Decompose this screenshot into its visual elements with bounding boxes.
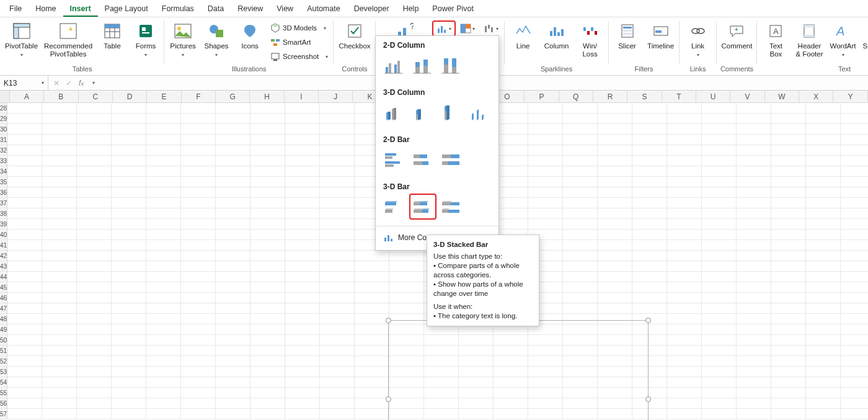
row-header[interactable]: 52 (0, 356, 7, 367)
row-header[interactable]: 42 (0, 251, 7, 261)
3d-clustered-column-thumb[interactable] (382, 101, 407, 124)
row-header[interactable]: 57 (0, 409, 7, 419)
sparkline-line-button[interactable]: Line (507, 20, 539, 62)
column-header[interactable]: P (525, 91, 559, 102)
tab-insert[interactable]: Insert (63, 1, 98, 17)
resize-handle[interactable] (645, 396, 651, 402)
row-header[interactable]: 56 (0, 398, 7, 409)
row-header[interactable]: 38 (0, 208, 7, 219)
row-header[interactable]: 35 (0, 177, 7, 187)
column-header[interactable]: Q (559, 91, 593, 102)
textbox-button[interactable]: A TextBox (760, 20, 792, 62)
link-button[interactable]: Link▾ (682, 20, 714, 62)
column-header[interactable]: S (627, 91, 662, 102)
pivottable-button[interactable]: PivotTable▾ (2, 20, 40, 62)
stacked-bar-thumb[interactable] (410, 148, 435, 171)
row-header[interactable]: 32 (0, 145, 7, 156)
row-header[interactable]: 34 (0, 166, 7, 177)
slicer-button[interactable]: Slicer (611, 20, 644, 62)
checkbox-button[interactable]: Checkbox (336, 20, 373, 62)
comment-button[interactable]: + Comment (719, 20, 755, 62)
row-header[interactable]: 37 (0, 198, 7, 208)
column-header[interactable]: E (147, 91, 181, 102)
tab-view[interactable]: View (270, 1, 300, 17)
row-header[interactable]: 29 (0, 114, 7, 124)
3d-stacked-bar-thumb[interactable] (410, 195, 435, 218)
row-header[interactable]: 44 (0, 272, 7, 282)
row-header[interactable]: 49 (0, 324, 7, 335)
select-all-corner[interactable] (0, 91, 10, 102)
tab-developer[interactable]: Developer (347, 1, 396, 17)
tab-review[interactable]: Review (231, 1, 270, 17)
hierarchy-chart-dropdown[interactable]: ▾ (456, 21, 479, 36)
3d-models-button[interactable]: 3D Models ▾ (267, 21, 331, 35)
row-header[interactable]: 55 (0, 388, 7, 398)
row-header[interactable]: 48 (0, 314, 7, 324)
3d-stacked-column-thumb[interactable] (410, 101, 435, 124)
row-header[interactable]: 46 (0, 293, 7, 303)
row-header[interactable]: 50 (0, 335, 7, 346)
resize-handle[interactable] (386, 396, 391, 402)
smartart-button[interactable]: SmartArt (267, 35, 331, 49)
column-header[interactable]: R (593, 91, 627, 102)
chart-placeholder[interactable] (388, 320, 649, 420)
name-box[interactable]: K13▾ (0, 76, 48, 90)
clustered-bar-thumb[interactable] (382, 148, 407, 171)
timeline-button[interactable]: Timeline (645, 20, 677, 62)
row-header[interactable]: 53 (0, 367, 7, 377)
column-header[interactable]: T (662, 91, 696, 102)
header-footer-button[interactable]: Header& Footer (793, 20, 825, 62)
column-header[interactable]: U (696, 91, 730, 102)
row-header[interactable]: 36 (0, 187, 7, 198)
column-header[interactable]: I (285, 91, 319, 102)
forms-button[interactable]: Forms▾ (130, 20, 162, 62)
signature-line-button[interactable]: SignatureLine ▾ (861, 20, 868, 62)
table-button[interactable]: Table (96, 20, 128, 62)
resize-handle[interactable] (645, 318, 651, 323)
row-header[interactable]: 45 (0, 282, 7, 293)
row-header[interactable]: 54 (0, 377, 7, 388)
icons-button[interactable]: Icons (234, 20, 266, 62)
column-header[interactable]: C (79, 91, 113, 102)
column-header[interactable]: X (799, 91, 833, 102)
screenshot-button[interactable]: Screenshot ▾ (267, 50, 331, 63)
recommended-pivottables-button[interactable]: RecommendedPivotTables (42, 20, 95, 62)
tab-help[interactable]: Help (396, 1, 426, 17)
tab-automate[interactable]: Automate (300, 1, 347, 17)
shapes-button[interactable]: Shapes▾ (200, 20, 232, 62)
tab-page-layout[interactable]: Page Layout (98, 1, 155, 17)
row-header[interactable]: 43 (0, 261, 7, 272)
tab-home[interactable]: Home (29, 1, 63, 17)
row-header[interactable]: 40 (0, 230, 7, 240)
tab-power-pivot[interactable]: Power Pivot (425, 1, 480, 17)
pictures-button[interactable]: Pictures▾ (167, 20, 199, 62)
clustered-column-thumb[interactable] (382, 53, 407, 77)
3d-clustered-bar-thumb[interactable] (382, 195, 407, 218)
column-header[interactable]: F (182, 91, 216, 102)
wordart-button[interactable]: A WordArt▾ (827, 20, 859, 62)
stacked-column-thumb[interactable] (410, 53, 435, 77)
row-header[interactable]: 30 (0, 124, 7, 135)
column-header[interactable]: H (250, 91, 284, 102)
column-header[interactable]: G (216, 91, 250, 102)
tab-data[interactable]: Data (201, 1, 231, 17)
100-stacked-column-thumb[interactable] (439, 53, 464, 77)
column-header[interactable]: J (319, 91, 353, 102)
cancel-formula-icon[interactable]: ✕ (51, 79, 62, 87)
column-header[interactable]: B (44, 91, 78, 102)
3d-100-stacked-column-thumb[interactable] (439, 101, 464, 124)
column-header[interactable]: A (10, 91, 44, 102)
tab-formulas[interactable]: Formulas (155, 1, 201, 17)
row-header[interactable]: 41 (0, 240, 7, 251)
3d-column-thumb[interactable] (467, 101, 492, 124)
row-header[interactable]: 51 (0, 346, 7, 356)
column-header[interactable]: W (765, 91, 799, 102)
enter-formula-icon[interactable]: ✓ (63, 79, 74, 87)
column-header[interactable]: Y (833, 91, 867, 102)
waterfall-chart-dropdown[interactable]: ▾ (480, 21, 502, 36)
row-header[interactable]: 47 (0, 303, 7, 314)
fx-icon[interactable]: fx (76, 79, 87, 87)
column-header[interactable]: V (730, 91, 764, 102)
resize-handle[interactable] (386, 318, 391, 323)
100-stacked-bar-thumb[interactable] (439, 148, 464, 171)
